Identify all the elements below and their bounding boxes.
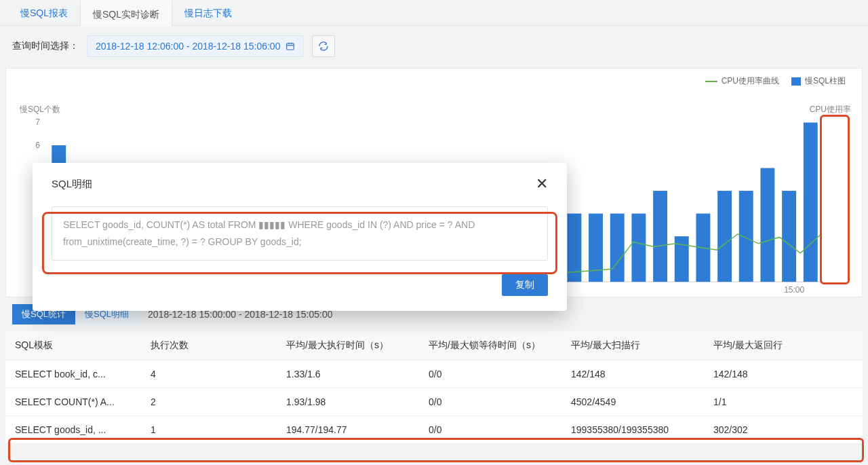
modal-close-button[interactable]: ✕ (536, 176, 548, 191)
close-icon: ✕ (536, 175, 548, 192)
sql-detail-modal: SQL明细 ✕ SELECT goods_id, COUNT(*) AS tot… (33, 163, 567, 311)
copy-button[interactable]: 复制 (502, 274, 548, 296)
modal-title: SQL明细 (52, 178, 92, 191)
sql-text-box[interactable]: SELECT goods_id, COUNT(*) AS total FROM … (52, 206, 548, 261)
